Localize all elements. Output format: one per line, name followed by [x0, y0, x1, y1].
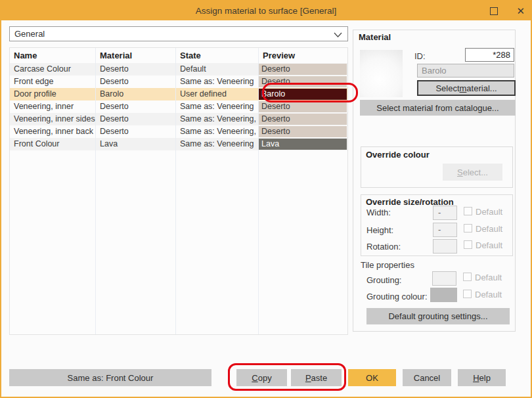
cell-state: Same as: Veneering, inne — [176, 125, 259, 138]
cell-preview: Deserto — [259, 113, 347, 125]
paste-button[interactable]: Paste — [291, 369, 342, 386]
rotation-default-checkbox[interactable] — [464, 240, 472, 249]
cell-preview: Lava — [259, 138, 347, 150]
material-preview-swatch — [360, 50, 403, 97]
cell-preview: Deserto — [259, 100, 347, 113]
cell-preview: Deserto — [259, 76, 347, 88]
material-heading: Material — [359, 32, 391, 42]
chevron-down-icon — [334, 32, 342, 37]
cell-name: Front Colour — [10, 138, 96, 150]
grouting-default-checkbox[interactable] — [463, 273, 472, 281]
table-row[interactable]: Carcase ColourDesertoDefaultDeserto — [10, 63, 347, 76]
height-default-label: Default — [476, 224, 502, 234]
grouting-colour-swatch[interactable] — [430, 288, 457, 302]
select-colour-button[interactable]: Select... — [443, 164, 502, 181]
default-grouting-settings-button[interactable]: Default grouting settings... — [366, 308, 510, 324]
cell-state: Same as: Veneering — [176, 138, 259, 150]
cell-material: Deserto — [96, 125, 176, 138]
grouting-colour-default-checkbox[interactable] — [463, 290, 472, 298]
surface-select[interactable]: General — [9, 26, 348, 41]
grouting-default-label: Default — [475, 273, 502, 282]
cell-state: Same as: Veneering — [176, 76, 259, 88]
override-colour-heading: Override colour — [366, 150, 430, 160]
rotation-label: Rotation: — [366, 242, 401, 252]
grouting-label: Grouting: — [366, 275, 401, 285]
cell-state: Same as: Veneering — [176, 100, 259, 113]
cell-material: Lava — [96, 138, 176, 150]
same-as-button[interactable]: Same as: Front Colour — [9, 369, 211, 386]
table-row[interactable]: Door profileBaroloUser definedBarolo — [10, 88, 347, 100]
cell-material: Deserto — [96, 100, 176, 113]
cell-state: Default — [176, 63, 259, 76]
rotation-field[interactable] — [433, 239, 457, 254]
maximize-icon[interactable] — [490, 7, 498, 15]
surface-table-body: Carcase ColourDesertoDefaultDesertoFront… — [10, 63, 347, 150]
table-empty-area — [10, 150, 347, 334]
cell-name: Carcase Colour — [10, 63, 96, 76]
column-header-state: State — [176, 48, 259, 63]
cancel-button[interactable]: Cancel — [403, 369, 451, 386]
dialog-title: Assign material to surface [General] — [196, 6, 337, 16]
titlebar: Assign material to surface [General] ✕ — [1, 1, 531, 20]
column-header-preview: Preview — [259, 48, 347, 63]
override-colour-group: Override colour Select... — [361, 146, 513, 188]
cell-material: Deserto — [96, 63, 176, 76]
preview-swatch: Deserto — [259, 114, 347, 125]
select-material-button[interactable]: Select material... — [417, 80, 516, 96]
height-default-checkbox[interactable] — [464, 224, 472, 232]
cell-name: Front edge — [10, 76, 96, 88]
surface-select-value: General — [14, 29, 45, 39]
cell-material: Deserto — [96, 76, 176, 88]
width-default-checkbox[interactable] — [464, 207, 472, 215]
preview-swatch: Barolo — [259, 89, 347, 100]
copy-button[interactable]: Copy — [236, 369, 287, 386]
column-header-material: Material — [96, 48, 176, 63]
table-row[interactable]: Veneering, inner backDesertoSame as: Ven… — [10, 125, 347, 138]
preview-swatch: Lava — [259, 139, 347, 150]
table-row[interactable]: Veneering, innerDesertoSame as: Veneerin… — [10, 100, 347, 113]
window-buttons: ✕ — [490, 1, 525, 20]
grouting-colour-default-label: Default — [475, 290, 502, 299]
cell-material: Barolo — [96, 88, 176, 100]
material-panel: Material ID: Barolo Select material... S… — [353, 30, 516, 332]
ok-button[interactable]: OK — [348, 369, 396, 386]
tile-properties-heading: Tile properties — [361, 260, 414, 270]
cell-preview: Deserto — [259, 125, 347, 138]
preview-swatch: Deserto — [259, 64, 347, 75]
preview-swatch: Deserto — [259, 76, 347, 87]
rotation-default-label: Default — [476, 240, 502, 250]
grouting-field[interactable] — [432, 271, 456, 286]
help-button[interactable]: Help — [458, 369, 506, 386]
material-name-field: Barolo — [417, 64, 514, 77]
id-label: ID: — [414, 51, 426, 61]
close-icon[interactable]: ✕ — [516, 6, 525, 16]
preview-swatch: Deserto — [259, 126, 347, 137]
cell-name: Veneering, inner — [10, 100, 96, 113]
cell-name: Veneering, inner sides — [10, 113, 96, 125]
table-row[interactable]: Front ColourLavaSame as: VeneeringLava — [10, 138, 347, 150]
select-material-from-catalogue-button[interactable]: Select material from catalogue... — [360, 100, 516, 116]
cell-preview: Deserto — [259, 63, 347, 76]
override-size-rotation-group: Override size/rotation Width: - Default … — [361, 194, 513, 256]
cell-name: Veneering, inner back — [10, 125, 96, 138]
column-header-name: Name — [10, 48, 96, 63]
assign-material-dialog: Assign material to surface [General] ✕ G… — [0, 0, 532, 398]
preview-swatch: Deserto — [259, 101, 347, 112]
cell-preview: Barolo — [259, 88, 347, 100]
height-label: Height: — [366, 225, 393, 235]
id-input[interactable] — [465, 48, 514, 62]
table-row[interactable]: Front edgeDesertoSame as: VeneeringDeser… — [10, 76, 347, 88]
table-row[interactable]: Veneering, inner sidesDesertoSame as: Ve… — [10, 113, 347, 125]
height-field[interactable]: - — [433, 223, 457, 237]
cell-state: Same as: Veneering, inne — [176, 113, 259, 125]
width-field[interactable]: - — [433, 206, 457, 220]
surface-material-table: Name Material State Preview Carcase Colo… — [9, 47, 348, 335]
cell-state: User defined — [176, 88, 259, 100]
width-label: Width: — [366, 208, 391, 217]
cell-material: Deserto — [96, 113, 176, 125]
grouting-colour-label: Grouting colour: — [366, 292, 428, 301]
table-header: Name Material State Preview — [10, 48, 347, 63]
width-default-label: Default — [476, 207, 502, 217]
cell-name: Door profile — [10, 88, 96, 100]
